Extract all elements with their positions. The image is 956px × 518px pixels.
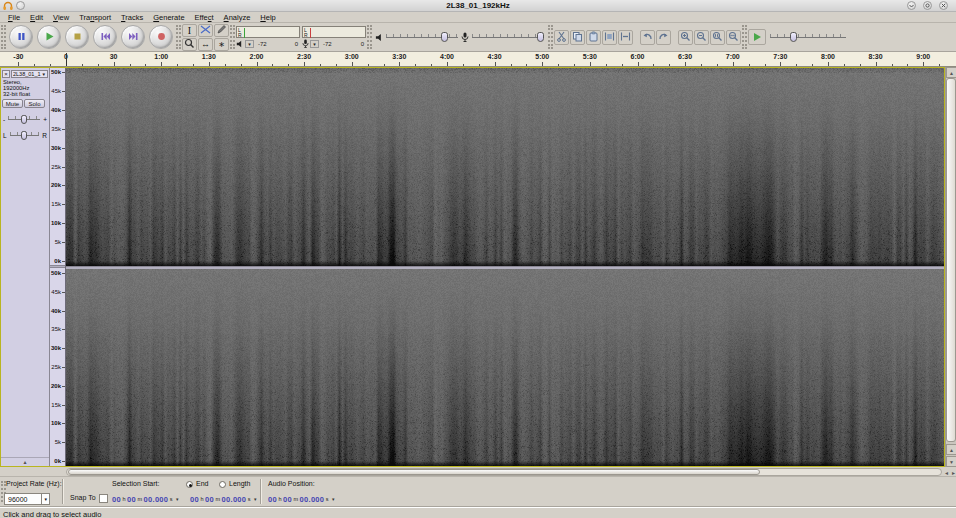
transport-toolbar-grip[interactable] xyxy=(1,25,6,49)
selection-start-field[interactable]: 00h00m00.000s▾ xyxy=(112,493,179,505)
selection-tool-button[interactable]: I xyxy=(182,24,197,37)
gain-thumb[interactable] xyxy=(21,115,27,124)
copy-button[interactable] xyxy=(570,30,585,45)
silence-button[interactable] xyxy=(618,30,633,45)
speaker-icon[interactable] xyxy=(236,40,244,48)
hours-value[interactable]: 00 xyxy=(268,495,277,504)
menu-tracks[interactable]: Tracks xyxy=(116,12,148,23)
minutes-value[interactable]: 00 xyxy=(127,495,136,504)
draw-tool-button[interactable] xyxy=(214,24,229,37)
track-collapse-button[interactable]: ▴ xyxy=(1,457,49,465)
solo-button[interactable]: Solo xyxy=(24,99,45,108)
cut-button[interactable] xyxy=(554,30,569,45)
menu-file[interactable]: File xyxy=(3,12,25,23)
end-radio[interactable] xyxy=(186,481,193,488)
snap-to-checkbox[interactable] xyxy=(99,494,108,503)
minutes-value[interactable]: 00 xyxy=(283,495,292,504)
scroll-down-icon[interactable]: ▼ xyxy=(946,456,956,467)
fit-project-button[interactable] xyxy=(726,30,741,45)
play-at-speed-button[interactable] xyxy=(748,29,766,45)
menu-edit[interactable]: Edit xyxy=(25,12,48,23)
hours-value[interactable]: 00 xyxy=(112,495,121,504)
selection-end-field[interactable]: 00h00m00.000s▾ xyxy=(190,493,257,505)
skip-to-end-button[interactable] xyxy=(121,25,145,49)
seconds-value[interactable]: 00.000 xyxy=(222,495,247,504)
time-format-dropdown-icon[interactable]: ▾ xyxy=(332,496,335,502)
length-radio[interactable] xyxy=(219,481,226,488)
recording-meter-dropdown-icon[interactable]: ▾ xyxy=(310,40,319,48)
pan-slider[interactable] xyxy=(10,135,40,136)
vertical-scroll-thumb[interactable] xyxy=(946,78,956,442)
time-format-dropdown-icon[interactable]: ▾ xyxy=(254,496,257,502)
menu-analyze[interactable]: Analyze xyxy=(219,12,256,23)
scroll-right-icon[interactable]: ▸ xyxy=(952,469,955,476)
app-menu-icon[interactable] xyxy=(16,1,25,10)
timeline-tick xyxy=(241,64,242,66)
envelope-tool-button[interactable] xyxy=(198,24,213,37)
frequency-ruler[interactable]: 50k45k40k35k30k25k20k15k10k5k0k50k45k40k… xyxy=(50,68,66,466)
time-format-dropdown-icon[interactable]: ▾ xyxy=(176,496,179,502)
fit-selection-button[interactable] xyxy=(710,30,725,45)
transcription-toolbar-grip[interactable] xyxy=(742,25,747,49)
project-rate-select[interactable]: 96000 ▾ xyxy=(4,493,50,505)
tools-toolbar-grip[interactable] xyxy=(176,25,181,49)
playback-meter[interactable]: L R xyxy=(236,26,300,38)
close-icon[interactable] xyxy=(939,1,948,10)
freq-tick xyxy=(62,405,65,406)
track-title-menu[interactable]: 2L38_01_1 ▼ xyxy=(11,70,48,78)
output-volume-slider[interactable] xyxy=(386,37,458,38)
hours-value[interactable]: 00 xyxy=(190,495,199,504)
scroll-left-icon[interactable]: ◂ xyxy=(945,469,948,476)
audio-position-field[interactable]: 00h00m00.000s▾ xyxy=(268,493,335,505)
maximize-icon[interactable] xyxy=(923,1,932,10)
edit-toolbar-grip[interactable] xyxy=(548,25,553,49)
play-speed-thumb[interactable] xyxy=(790,32,797,42)
shade-icon[interactable] xyxy=(907,1,916,10)
multi-tool-tool-button[interactable]: ∗ xyxy=(214,38,229,51)
gain-slider[interactable] xyxy=(8,119,40,120)
seconds-value[interactable]: 00.000 xyxy=(300,495,325,504)
seconds-value[interactable]: 00.000 xyxy=(144,495,169,504)
timeline-ruler[interactable]: -300301:001:302:002:303:003:304:004:305:… xyxy=(0,52,956,67)
paste-button[interactable] xyxy=(586,30,601,45)
scroll-up2-icon[interactable]: ▲ xyxy=(946,444,956,455)
play-button[interactable] xyxy=(37,25,61,49)
menu-effect[interactable]: Effect xyxy=(190,12,219,23)
zoom-out-button[interactable] xyxy=(694,30,709,45)
zoom-in-button[interactable] xyxy=(678,30,693,45)
time-shift-tool-button[interactable]: ↔ xyxy=(198,38,213,51)
meter-toolbar-grip[interactable] xyxy=(230,25,235,49)
input-volume-slider[interactable] xyxy=(472,37,544,38)
menu-help[interactable]: Help xyxy=(255,12,280,23)
input-volume-thumb[interactable] xyxy=(537,32,544,42)
horizontal-scrollbar[interactable]: ◂ ▸ xyxy=(0,467,956,477)
pause-button[interactable] xyxy=(9,25,33,49)
menu-transport[interactable]: Transport xyxy=(74,12,116,23)
playback-meter-dropdown-icon[interactable]: ▾ xyxy=(245,40,254,48)
stop-button[interactable] xyxy=(65,25,89,49)
record-button[interactable] xyxy=(149,25,173,49)
recording-meter[interactable]: L R xyxy=(302,26,366,38)
undo-button[interactable] xyxy=(640,30,655,45)
scroll-up-icon[interactable]: ▲ xyxy=(946,67,956,78)
track-close-button[interactable]: × xyxy=(2,70,10,78)
output-volume-thumb[interactable] xyxy=(441,32,448,42)
vertical-scrollbar[interactable]: ▲ ▲ ▼ xyxy=(945,67,956,467)
redo-button[interactable] xyxy=(656,30,671,45)
pan-thumb[interactable] xyxy=(21,131,27,140)
spectrogram-view[interactable] xyxy=(66,68,944,466)
skip-to-start-button[interactable] xyxy=(93,25,117,49)
play-speed-slider[interactable] xyxy=(770,37,846,38)
menu-generate[interactable]: Generate xyxy=(148,12,189,23)
zoom-tool-button[interactable] xyxy=(182,38,197,51)
trim-outside-button[interactable] xyxy=(602,30,617,45)
horizontal-scroll-thumb[interactable] xyxy=(68,469,760,475)
minutes-value[interactable]: 00 xyxy=(205,495,214,504)
playhead-cursor[interactable] xyxy=(66,53,67,66)
microphone-icon[interactable] xyxy=(302,39,309,48)
horizontal-scroll-track[interactable] xyxy=(66,468,942,476)
timeline-tick xyxy=(796,64,797,66)
mute-button[interactable]: Mute xyxy=(2,99,23,108)
menu-view[interactable]: View xyxy=(48,12,74,23)
mixer-toolbar-grip[interactable] xyxy=(367,25,372,49)
